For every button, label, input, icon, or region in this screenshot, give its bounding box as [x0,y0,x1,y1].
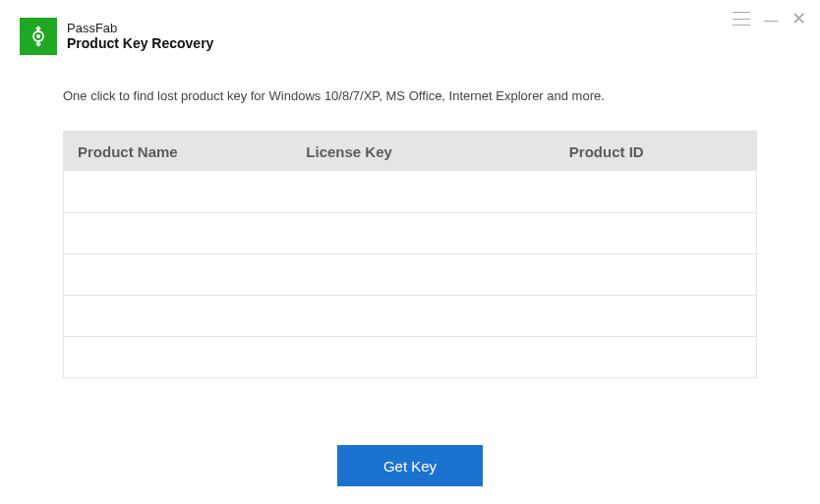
table-row [64,336,756,377]
table-row [64,253,756,295]
close-button[interactable]: ✕ [791,10,806,28]
results-table: Product Name License Key Product ID [63,131,757,378]
table-row [64,212,756,253]
menu-icon[interactable] [732,12,750,26]
minimize-button[interactable] [764,10,778,28]
table-body [64,171,756,377]
table-header: Product Name License Key Product ID [64,132,756,171]
column-product-id: Product ID [556,143,756,160]
table-row [64,171,756,212]
column-license-key: License Key [292,143,556,160]
app-logo-icon [20,18,57,55]
svg-rect-3 [35,41,41,47]
footer: Get Key [0,445,820,486]
app-name: PassFab [67,21,213,36]
svg-rect-0 [35,26,41,31]
table-row [64,295,756,336]
description-text: One click to find lost product key for W… [63,88,757,103]
column-product-name: Product Name [64,143,292,160]
get-key-button[interactable]: Get Key [337,445,483,486]
main-content: One click to find lost product key for W… [0,55,820,378]
svg-point-2 [36,34,40,38]
window-controls: ✕ [732,10,806,28]
app-header: PassFab Product Key Recovery [0,0,820,55]
app-subtitle: Product Key Recovery [67,35,213,52]
